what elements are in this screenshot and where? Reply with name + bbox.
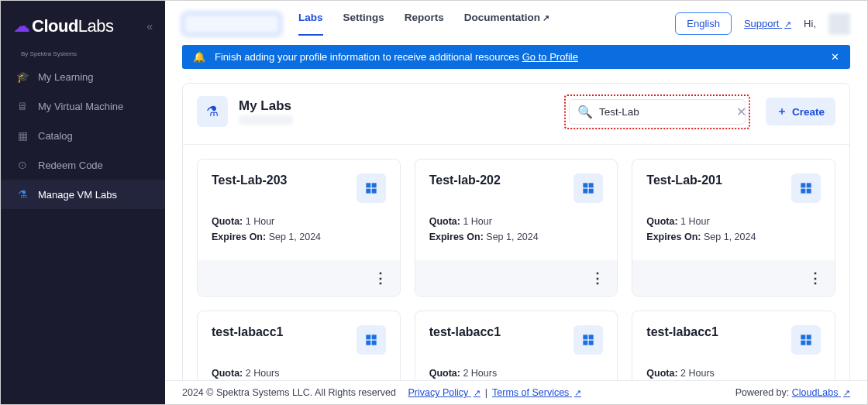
logo: ☁ CloudLabs « xyxy=(1,10,165,52)
external-link-icon: ↗ xyxy=(784,19,791,29)
cloudlabs-link[interactable]: CloudLabs ↗ xyxy=(792,387,850,398)
svg-rect-12 xyxy=(366,335,370,339)
os-badge xyxy=(356,173,386,203)
cloud-icon: ☁ xyxy=(13,16,30,36)
sidebar: ☁ CloudLabs « By Spektra Systems 🎓My Lea… xyxy=(1,1,165,404)
lab-name: test-labacc1 xyxy=(429,325,501,339)
sidebar-item-redeem[interactable]: ⊙Redeem Code xyxy=(1,150,165,180)
windows-icon xyxy=(365,334,377,346)
tab-reports[interactable]: Reports xyxy=(405,12,444,36)
svg-rect-17 xyxy=(589,335,594,339)
page-subtitle xyxy=(239,115,293,125)
lab-menu-button[interactable]: ⋮ xyxy=(198,260,400,296)
lab-meta: Quota: 1 Hour Expires On: Sep 1, 2024 xyxy=(429,214,604,245)
greeting: Hi, xyxy=(804,18,816,29)
search-icon: 🔍 xyxy=(577,105,593,119)
graduation-cap-icon: 🎓 xyxy=(16,70,29,83)
lab-meta: Quota: 1 Hour Expires On: Sep 1, 2024 xyxy=(212,214,386,245)
windows-icon xyxy=(800,182,812,194)
clear-search-icon[interactable]: ✕ xyxy=(736,105,746,119)
svg-rect-23 xyxy=(807,341,811,345)
os-badge xyxy=(574,325,603,355)
external-link-icon: ↗ xyxy=(574,388,581,397)
sidebar-item-my-vm[interactable]: 🖥My Virtual Machine xyxy=(1,91,165,121)
privacy-link[interactable]: Privacy Policy ↗ xyxy=(408,387,480,398)
os-badge xyxy=(791,173,821,203)
svg-rect-2 xyxy=(366,189,370,194)
close-banner-icon[interactable]: ✕ xyxy=(831,51,839,63)
windows-icon xyxy=(800,334,812,346)
svg-rect-19 xyxy=(589,341,594,345)
lab-card[interactable]: Test-Lab-201 Quota: 1 Hour Expires On: S… xyxy=(632,159,835,297)
lab-meta: Quota: 2 Hours xyxy=(646,366,821,381)
lab-meta: Quota: 2 Hours xyxy=(429,366,604,381)
svg-rect-6 xyxy=(584,189,588,194)
svg-rect-3 xyxy=(371,189,376,194)
topbar: Labs Settings Reports Documentation↗ Eng… xyxy=(165,1,867,36)
lab-menu-button[interactable]: ⋮ xyxy=(415,260,618,296)
my-labs-card: ⚗ My Labs 🔍 ✕ ＋Create xyxy=(182,83,850,404)
tabs: Labs Settings Reports Documentation↗ xyxy=(298,12,549,36)
lab-name: Test-Lab-201 xyxy=(646,173,722,187)
plus-icon: ＋ xyxy=(777,105,787,118)
sidebar-item-manage-vm-labs[interactable]: ⚗Manage VM Labs xyxy=(1,180,165,209)
lab-name: Test-lab-202 xyxy=(429,173,501,187)
svg-rect-9 xyxy=(807,183,811,187)
sidebar-item-catalog[interactable]: ▦Catalog xyxy=(1,121,165,150)
lab-name: Test-Lab-203 xyxy=(212,173,288,187)
svg-rect-13 xyxy=(371,335,376,339)
nav-list: 🎓My Learning 🖥My Virtual Machine ▦Catalo… xyxy=(1,62,165,209)
support-link[interactable]: Support ↗ xyxy=(744,18,791,29)
lab-menu-button[interactable]: ⋮ xyxy=(632,260,835,296)
sidebar-item-my-learning[interactable]: 🎓My Learning xyxy=(1,62,165,91)
svg-rect-8 xyxy=(801,183,805,187)
svg-rect-7 xyxy=(589,189,594,194)
os-badge xyxy=(356,325,386,355)
svg-rect-0 xyxy=(366,183,370,187)
language-selector[interactable]: English xyxy=(675,12,732,35)
avatar[interactable] xyxy=(828,13,850,35)
svg-rect-14 xyxy=(366,341,370,345)
lab-meta: Quota: 1 Hour Expires On: Sep 1, 2024 xyxy=(646,214,821,245)
external-link-icon: ↗ xyxy=(542,13,549,22)
org-selector[interactable] xyxy=(182,12,281,36)
tab-labs[interactable]: Labs xyxy=(298,12,323,36)
monitor-icon: 🖥 xyxy=(16,100,29,112)
create-button[interactable]: ＋Create xyxy=(766,98,835,125)
grid-icon: ▦ xyxy=(16,129,29,142)
main: Labs Settings Reports Documentation↗ Eng… xyxy=(165,1,867,404)
search-box[interactable]: 🔍 ✕ xyxy=(569,99,746,125)
tab-documentation[interactable]: Documentation↗ xyxy=(464,12,549,36)
lab-card[interactable]: Test-lab-202 Quota: 1 Hour Expires On: S… xyxy=(415,159,618,297)
os-badge xyxy=(574,173,603,203)
svg-rect-11 xyxy=(807,189,811,194)
lab-card[interactable]: Test-Lab-203 Quota: 1 Hour Expires On: S… xyxy=(197,159,401,297)
collapse-sidebar-icon[interactable]: « xyxy=(146,20,153,33)
windows-icon xyxy=(365,182,377,194)
logo-text: CloudLabs xyxy=(32,16,114,36)
labs-grid: Test-Lab-203 Quota: 1 Hour Expires On: S… xyxy=(183,145,849,404)
svg-rect-4 xyxy=(584,183,588,187)
flask-icon: ⚗ xyxy=(16,188,29,201)
external-link-icon: ↗ xyxy=(474,388,480,397)
ticket-icon: ⊙ xyxy=(16,159,29,171)
flask-icon: ⚗ xyxy=(197,96,228,127)
svg-rect-21 xyxy=(807,335,811,339)
lab-name: test-labacc1 xyxy=(646,325,718,339)
profile-banner: 🔔 Finish adding your profile information… xyxy=(182,45,850,69)
go-to-profile-link[interactable]: Go to Profile xyxy=(522,51,578,63)
lab-name: test-labacc1 xyxy=(212,325,284,339)
os-badge xyxy=(791,325,821,355)
svg-rect-20 xyxy=(801,335,805,339)
banner-text: Finish adding your profile information t… xyxy=(215,51,578,63)
svg-rect-18 xyxy=(584,341,588,345)
svg-rect-15 xyxy=(371,341,376,345)
windows-icon xyxy=(582,334,594,346)
logo-subtitle: By Spektra Systems xyxy=(21,50,165,57)
footer: 2024 © Spektra Systems LLC. All Rights r… xyxy=(165,380,867,404)
search-input[interactable] xyxy=(599,106,730,118)
tab-settings[interactable]: Settings xyxy=(343,12,384,36)
terms-link[interactable]: Terms of Services ↗ xyxy=(492,387,581,398)
lab-meta: Quota: 2 Hours xyxy=(212,366,386,381)
svg-rect-1 xyxy=(371,183,376,187)
